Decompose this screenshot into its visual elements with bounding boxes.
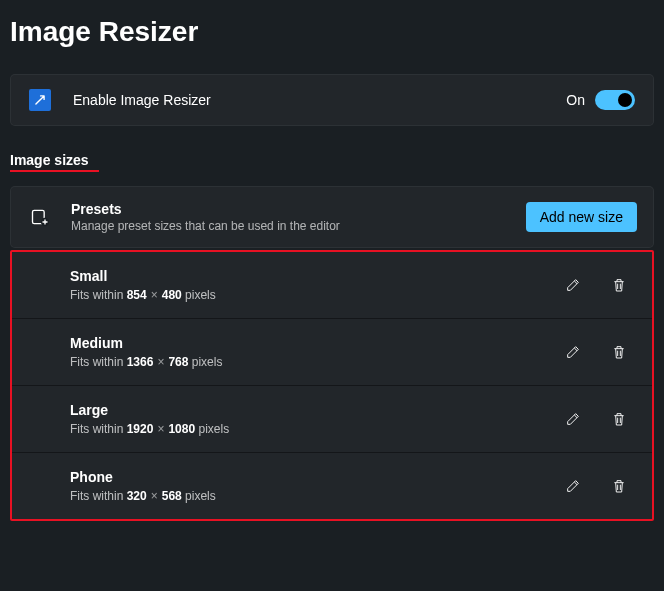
preset-dimensions: Fits within 1366×768 pixels (70, 355, 564, 369)
presets-subtitle: Manage preset sizes that can be used in … (71, 219, 526, 233)
edit-icon[interactable] (564, 343, 582, 361)
edit-icon[interactable] (564, 276, 582, 294)
image-resizer-icon (29, 89, 51, 111)
preset-name: Small (70, 268, 564, 284)
preset-name: Medium (70, 335, 564, 351)
preset-list: Small Fits within 854×480 pixels Medium … (10, 250, 654, 521)
enable-toggle[interactable] (595, 90, 635, 110)
enable-label: Enable Image Resizer (73, 92, 566, 108)
preset-dimensions: Fits within 854×480 pixels (70, 288, 564, 302)
section-heading-image-sizes: Image sizes (10, 152, 99, 172)
add-new-size-button[interactable]: Add new size (526, 202, 637, 232)
delete-icon[interactable] (610, 410, 628, 428)
presets-icon (29, 206, 51, 228)
delete-icon[interactable] (610, 343, 628, 361)
enable-card: Enable Image Resizer On (10, 74, 654, 126)
preset-row: Large Fits within 1920×1080 pixels (12, 386, 652, 453)
preset-name: Large (70, 402, 564, 418)
page-title: Image Resizer (10, 16, 654, 48)
preset-row: Medium Fits within 1366×768 pixels (12, 319, 652, 386)
preset-dimensions: Fits within 320×568 pixels (70, 489, 564, 503)
presets-title: Presets (71, 201, 526, 217)
preset-name: Phone (70, 469, 564, 485)
toggle-state-text: On (566, 92, 585, 108)
preset-dimensions: Fits within 1920×1080 pixels (70, 422, 564, 436)
presets-header: Presets Manage preset sizes that can be … (10, 186, 654, 248)
toggle-knob (618, 93, 632, 107)
edit-icon[interactable] (564, 410, 582, 428)
edit-icon[interactable] (564, 477, 582, 495)
preset-row: Small Fits within 854×480 pixels (12, 252, 652, 319)
delete-icon[interactable] (610, 477, 628, 495)
delete-icon[interactable] (610, 276, 628, 294)
preset-row: Phone Fits within 320×568 pixels (12, 453, 652, 519)
